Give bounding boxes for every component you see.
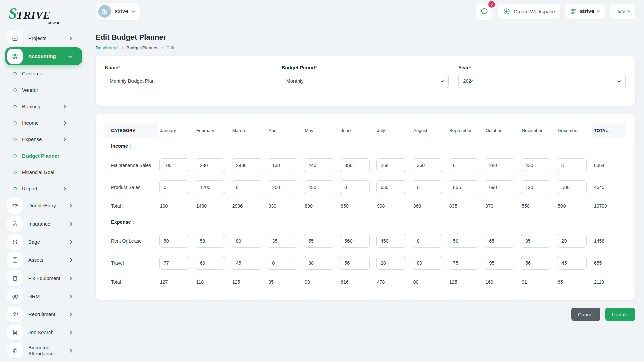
- budget-amount-input-july[interactable]: [376, 256, 406, 270]
- sidebar-item-income[interactable]: Income: [5, 115, 82, 131]
- sidebar-item-sage[interactable]: SSage: [5, 233, 82, 251]
- budget-amount-input-may[interactable]: [304, 180, 333, 194]
- name-input[interactable]: [105, 74, 272, 88]
- budget-amount-input-october[interactable]: [485, 158, 514, 172]
- budget-amount-input-march[interactable]: [232, 234, 261, 248]
- sidebar-item-budget-planner[interactable]: Budget Planner: [5, 147, 82, 164]
- section-grand-total: 10709: [592, 198, 626, 214]
- sidebar-item-biometric-attendance[interactable]: Biometric Attendance: [5, 342, 82, 360]
- chat-button[interactable]: 0: [476, 3, 493, 20]
- amount-cell: [447, 154, 484, 176]
- sidebar-item-projects[interactable]: Projects: [5, 29, 82, 47]
- budget-amount-input-july[interactable]: [376, 234, 406, 248]
- budget-amount-input-april[interactable]: [268, 234, 297, 248]
- budget-amount-input-january[interactable]: [159, 180, 189, 194]
- budget-amount-input-june[interactable]: [340, 158, 370, 172]
- app-logo[interactable]: STRIVE: [9, 7, 82, 20]
- budget-period-select[interactable]: Monthly: [282, 74, 449, 88]
- budget-amount-input-august[interactable]: [413, 180, 442, 194]
- budget-amount-input-march[interactable]: [232, 158, 261, 172]
- budget-amount-input-february[interactable]: [196, 180, 225, 194]
- bullet-icon: [13, 170, 17, 174]
- sidebar-item-job-search[interactable]: Job Search: [5, 323, 82, 342]
- budget-amount-input-september[interactable]: [449, 256, 478, 270]
- budget-amount-input-october[interactable]: [485, 180, 514, 194]
- sidebar-item-customer[interactable]: Customer: [5, 65, 82, 82]
- budget-amount-input-june[interactable]: [340, 256, 370, 270]
- table-row-maintenance-sales: Maintenance Sales6064: [105, 154, 626, 176]
- sidebar-item-label: Budget Planner: [22, 153, 63, 159]
- budget-amount-input-october[interactable]: [485, 256, 514, 270]
- sidebar-item-label: Job Search: [28, 329, 69, 336]
- language-selector[interactable]: EN: [610, 4, 635, 19]
- budget-amount-input-august[interactable]: [413, 234, 442, 248]
- budget-amount-input-march[interactable]: [232, 256, 261, 270]
- sidebar-item-label: Insurance: [28, 221, 69, 227]
- sidebar-item-vendor[interactable]: Vendor: [5, 82, 82, 98]
- budget-amount-input-november[interactable]: [521, 256, 550, 270]
- sidebar-item-insurance[interactable]: Insurance: [5, 215, 82, 233]
- budget-amount-input-june[interactable]: [340, 180, 370, 194]
- chevron-right-icon: [68, 258, 72, 262]
- budget-amount-input-january[interactable]: [159, 158, 189, 172]
- budget-amount-input-january[interactable]: [159, 234, 189, 248]
- budget-amount-input-january[interactable]: [159, 256, 189, 270]
- budget-amount-input-september[interactable]: [449, 234, 478, 248]
- sidebar-item-banking[interactable]: Banking: [5, 98, 82, 115]
- sidebar-item-doubleentry[interactable]: DoubleEntry: [5, 197, 82, 215]
- month-column-header-march: March: [230, 123, 267, 138]
- workspace-switcher[interactable]: strive: [96, 3, 140, 20]
- budget-amount-input-april[interactable]: [268, 158, 297, 172]
- budget-amount-input-december[interactable]: [557, 234, 587, 248]
- cancel-button[interactable]: Cancel: [571, 308, 600, 321]
- update-button[interactable]: Update: [605, 308, 635, 321]
- budget-amount-input-november[interactable]: [521, 180, 550, 194]
- budget-amount-input-june[interactable]: [340, 234, 370, 248]
- create-workspace-button[interactable]: Create Workspace: [498, 4, 560, 19]
- budget-amount-input-july[interactable]: [376, 158, 406, 172]
- budget-amount-input-april[interactable]: [268, 256, 297, 270]
- budget-amount-input-august[interactable]: [413, 256, 442, 270]
- budget-amount-input-september[interactable]: [449, 180, 478, 194]
- budget-amount-input-september[interactable]: [449, 158, 478, 172]
- budget-amount-input-december[interactable]: [557, 158, 587, 172]
- sidebar-item-accounting[interactable]: Accounting: [5, 47, 82, 65]
- checkbox-icon: [7, 31, 23, 46]
- budget-amount-input-may[interactable]: [304, 158, 333, 172]
- company-switcher[interactable]: strive: [565, 4, 605, 19]
- amount-cell: [339, 252, 375, 274]
- budget-amount-input-november[interactable]: [521, 234, 550, 248]
- month-column-header-august: August: [411, 123, 447, 138]
- budget-amount-input-may[interactable]: [304, 234, 333, 248]
- chevron-right-icon: [62, 137, 66, 141]
- sidebar-item-recruitment[interactable]: Recruitment: [5, 305, 82, 323]
- sidebar-item-fix-equipment[interactable]: Fix Equipment: [5, 269, 82, 287]
- sidebar-item-expense[interactable]: Expense: [5, 131, 82, 147]
- sidebar-item-financial-goal[interactable]: Financial Goal: [5, 164, 82, 180]
- budget-amount-input-december[interactable]: [557, 256, 587, 270]
- budget-amount-input-february[interactable]: [196, 256, 225, 270]
- required-mark: *: [315, 65, 317, 70]
- year-select[interactable]: 2024: [458, 74, 626, 88]
- month-total-value: 91: [520, 274, 556, 290]
- budget-amount-input-march[interactable]: [232, 180, 261, 194]
- budget-amount-input-february[interactable]: [196, 234, 225, 248]
- bullet-icon: [13, 154, 17, 158]
- budget-amount-input-november[interactable]: [521, 158, 550, 172]
- breadcrumb-item-dashboard[interactable]: Dashboard: [96, 45, 118, 50]
- budget-amount-input-october[interactable]: [485, 234, 514, 248]
- sidebar-item-report[interactable]: Report: [5, 180, 82, 197]
- breadcrumb-item-budget-planner[interactable]: Budget Planner: [126, 45, 158, 50]
- sidebar-item-assets[interactable]: Assets: [5, 251, 82, 269]
- budget-amount-input-december[interactable]: [557, 180, 587, 194]
- period-field-group: Budget Period* Monthly: [282, 65, 449, 97]
- month-column-header-october: October: [483, 123, 520, 138]
- budget-amount-input-may[interactable]: [304, 256, 333, 270]
- sidebar-item-hrm[interactable]: HRM: [5, 287, 82, 305]
- amount-cell: [556, 176, 592, 198]
- budget-amount-input-july[interactable]: [376, 180, 406, 194]
- budget-amount-input-august[interactable]: [413, 158, 442, 172]
- budget-amount-input-april[interactable]: [268, 180, 297, 194]
- budget-amount-input-february[interactable]: [196, 158, 225, 172]
- breadcrumb: DashboardBudget PlannerEdit: [96, 45, 635, 50]
